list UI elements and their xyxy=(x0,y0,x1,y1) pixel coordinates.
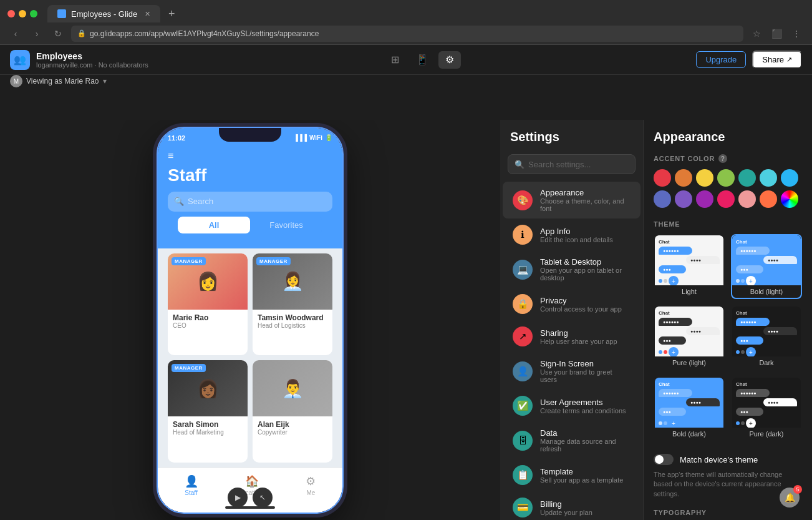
play-button[interactable]: ▶ xyxy=(228,488,248,508)
privacy-icon: 🔒 xyxy=(513,294,533,314)
extensions-icon[interactable]: ⬛ xyxy=(768,26,785,42)
share-button[interactable]: Share ↗ xyxy=(752,51,802,69)
color-swatch-red[interactable] xyxy=(654,169,671,187)
color-swatches xyxy=(654,169,802,208)
person-info-0: Marie Rao CEO xyxy=(168,310,248,333)
new-tab-button[interactable]: + xyxy=(163,5,180,22)
status-icons: ▐▐▐ WiFi 🔋 xyxy=(294,134,332,141)
settings-item-billing[interactable]: 💳 Billing Update your plan xyxy=(503,491,640,520)
settings-item-privacy[interactable]: 🔒 Privacy Control access to your app xyxy=(503,288,640,320)
address-bar[interactable]: 🔒 go.glideapps.com/app/wwIE1AYPlvgt4nXGu… xyxy=(71,26,743,42)
maximize-button[interactable] xyxy=(30,10,37,17)
color-swatch-rainbow[interactable] xyxy=(781,190,798,208)
settings-item-appearance[interactable]: 🎨 Appearance Choose a theme, color, and … xyxy=(503,182,640,218)
color-swatch-purple[interactable] xyxy=(675,190,692,208)
theme-card-puredark[interactable]: Chat ●●●●●● ●●●● ●●● + Pure (dark) xyxy=(731,376,802,441)
appearance-item-desc: Choose a theme, color, and font xyxy=(540,197,631,212)
appearance-panel: Appearance ACCENT COLOR ? THEME xyxy=(644,120,812,520)
phone-body: 👩 MANAGER Marie Rao CEO 👩‍💼 MANAGER Tams… xyxy=(158,248,342,468)
phone-search-bar[interactable]: 🔍 Search xyxy=(168,192,332,212)
phone-tab-bar: All Favorites xyxy=(178,217,322,233)
url-text: go.glideapps.com/app/wwIE1AYPlvgt4nXGuyS… xyxy=(90,29,319,38)
person-card-1[interactable]: 👩‍💼 MANAGER Tamsin Woodward Head of Logi… xyxy=(253,253,332,356)
phone-tab-favorites[interactable]: Favorites xyxy=(250,217,322,233)
settings-item-tablet[interactable]: 💻 Tablet & Desktop Open your app on tabl… xyxy=(503,251,640,288)
settings-item-signin[interactable]: 👤 Sign-In Screen Use your brand to greet… xyxy=(503,353,640,390)
settings-panel: Settings 🔍 Search settings... 🎨 Appearan… xyxy=(500,120,644,520)
viewing-dropdown-icon[interactable]: ▾ xyxy=(103,77,107,86)
main-content: 11:02 ▐▐▐ WiFi 🔋 ≡ Staff 🔍 Search xyxy=(0,120,812,520)
phone-tab-all[interactable]: All xyxy=(178,217,250,233)
close-button[interactable] xyxy=(7,10,15,17)
theme-label-bolddark: Bold (dark) xyxy=(655,428,723,440)
wifi-icon: WiFi xyxy=(309,134,322,141)
color-swatch-deeporange[interactable] xyxy=(760,190,777,208)
person-card-3[interactable]: 👨‍💼 Alan Eijk Copywriter xyxy=(253,360,332,463)
back-button[interactable]: ‹ xyxy=(7,26,24,42)
bookmark-icon[interactable]: ☆ xyxy=(748,26,765,42)
theme-card-dark[interactable]: Chat ●●●●●● ●●●● ●●● + Dark xyxy=(731,305,802,370)
reload-button[interactable]: ↻ xyxy=(50,26,66,42)
template-item-name: Template xyxy=(540,467,623,476)
appinfo-item-text: App Info Edit the icon and details xyxy=(540,227,613,243)
settings-item-appinfo[interactable]: ℹ App Info Edit the icon and details xyxy=(503,218,640,251)
phone-view-button[interactable]: 📱 xyxy=(411,51,433,69)
notification-count: 5 xyxy=(793,485,802,494)
settings-item-data[interactable]: 🗄 Data Manage data source and refresh xyxy=(503,422,640,459)
phone-nav-me[interactable]: ⚙ Me xyxy=(306,474,316,496)
color-swatch-lightblue[interactable] xyxy=(781,169,798,187)
theme-card-boldlight[interactable]: Chat ●●●●●● ●●●● ●●● + Bold (light) xyxy=(731,234,802,299)
settings-item-sharing[interactable]: ↗ Sharing Help user share your app xyxy=(503,320,640,353)
appearance-icon: 🎨 xyxy=(513,190,533,210)
theme-card-bolddark[interactable]: Chat ●●●●●● ●●●● ●●● + Bold (dark) xyxy=(654,376,725,441)
appearance-title: Appearance xyxy=(654,130,802,144)
color-swatch-teal[interactable] xyxy=(738,169,756,187)
app-icon: 👥 xyxy=(10,50,30,70)
menu-icon[interactable]: ⋮ xyxy=(788,26,805,42)
signal-icon: ▐▐▐ xyxy=(294,134,307,141)
theme-card-purelight[interactable]: Chat ●●●●●● ●●●● ●●● + Pure (light) xyxy=(654,305,725,370)
appinfo-item-name: App Info xyxy=(540,227,613,236)
settings-item-agreements[interactable]: ✅ User Agreements Create terms and condi… xyxy=(503,390,640,422)
theme-preview-bolddark: Chat ●●●●●● ●●●● ●●● + xyxy=(655,378,723,428)
color-swatch-green[interactable] xyxy=(717,169,735,187)
color-swatch-deeppurple[interactable] xyxy=(696,190,713,208)
person-card-0[interactable]: 👩 MANAGER Marie Rao CEO xyxy=(168,253,248,356)
color-swatch-yellow[interactable] xyxy=(696,169,713,187)
person-card-2[interactable]: 👩🏾 MANAGER Sarah Simon Head of Marketing xyxy=(168,360,248,463)
theme-card-light[interactable]: Chat ●●●●●● ●●●● ●●● + Light xyxy=(654,234,725,299)
cursor-button[interactable]: ↖ xyxy=(253,488,273,508)
color-swatch-indigo[interactable] xyxy=(654,190,671,208)
color-swatch-lightpink[interactable] xyxy=(738,190,756,208)
billing-item-text: Billing Update your plan xyxy=(540,499,592,516)
color-swatch-pink[interactable] xyxy=(717,190,735,208)
accent-color-info-icon[interactable]: ? xyxy=(718,154,727,163)
match-device-row: Match device's theme xyxy=(654,454,802,465)
tab-close-button[interactable]: ✕ xyxy=(145,10,150,18)
table-view-button[interactable]: ⊞ xyxy=(384,51,406,69)
agreements-item-text: User Agreements Create terms and conditi… xyxy=(540,398,626,415)
template-icon: 📋 xyxy=(513,465,533,485)
tab-favicon xyxy=(57,9,66,18)
hamburger-icon[interactable]: ≡ xyxy=(168,150,332,162)
bell-icon: 🔔 xyxy=(785,493,795,503)
color-swatch-orange[interactable] xyxy=(675,169,692,187)
minimize-button[interactable] xyxy=(19,10,26,17)
settings-search[interactable]: 🔍 Search settings... xyxy=(508,154,636,174)
notification-badge[interactable]: 🔔 5 xyxy=(780,488,800,508)
person-role-2: Head of Marketing xyxy=(173,429,243,436)
settings-view-button[interactable]: ⚙ xyxy=(438,51,461,69)
traffic-lights xyxy=(7,10,37,17)
agreements-item-desc: Create terms and conditions xyxy=(540,407,626,415)
data-icon: 🗄 xyxy=(513,431,533,451)
browser-tab[interactable]: Employees - Glide ✕ xyxy=(47,5,160,22)
template-item-desc: Sell your app as a template xyxy=(540,476,623,484)
share-label: Share xyxy=(762,55,784,64)
phone-nav-staff[interactable]: 👤 Staff xyxy=(185,474,198,496)
match-device-toggle[interactable] xyxy=(654,454,674,465)
settings-item-template[interactable]: 📋 Template Sell your app as a template xyxy=(503,459,640,491)
forward-button[interactable]: › xyxy=(29,26,45,42)
theme-label-dark: Dark xyxy=(732,356,801,369)
upgrade-button[interactable]: Upgrade xyxy=(696,51,746,68)
color-swatch-cyan[interactable] xyxy=(760,169,777,187)
